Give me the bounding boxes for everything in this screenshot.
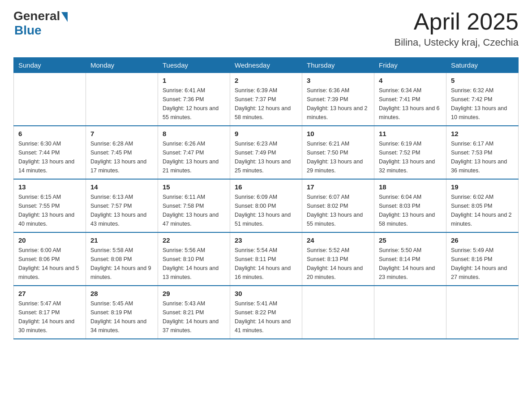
day-info: Sunrise: 6:00 AMSunset: 8:06 PMDaylight:…: [18, 246, 81, 282]
weekday-header-monday: Monday: [86, 58, 158, 73]
calendar-week-row: 13Sunrise: 6:15 AMSunset: 7:55 PMDayligh…: [14, 179, 519, 232]
calendar-cell: [374, 286, 446, 339]
day-info: Sunrise: 6:07 AMSunset: 8:02 PMDaylight:…: [307, 193, 369, 228]
calendar-cell: 30Sunrise: 5:41 AMSunset: 8:22 PMDayligh…: [230, 286, 302, 339]
day-info: Sunrise: 6:09 AMSunset: 8:00 PMDaylight:…: [235, 193, 297, 228]
day-number: 2: [235, 77, 297, 84]
calendar-cell: 16Sunrise: 6:09 AMSunset: 8:00 PMDayligh…: [230, 179, 302, 232]
day-number: 30: [235, 290, 297, 297]
calendar-cell: 5Sunrise: 6:32 AMSunset: 7:42 PMDaylight…: [446, 73, 519, 126]
calendar-cell: 6Sunrise: 6:30 AMSunset: 7:44 PMDaylight…: [14, 126, 86, 179]
calendar-cell: 17Sunrise: 6:07 AMSunset: 8:02 PMDayligh…: [302, 179, 374, 232]
day-info: Sunrise: 6:30 AMSunset: 7:44 PMDaylight:…: [18, 139, 81, 175]
day-info: Sunrise: 5:49 AMSunset: 8:16 PMDaylight:…: [451, 246, 514, 282]
location-label: Bilina, Ustecky kraj, Czechia: [394, 37, 519, 48]
calendar-table: SundayMondayTuesdayWednesdayThursdayFrid…: [13, 57, 519, 339]
calendar-cell: 15Sunrise: 6:11 AMSunset: 7:58 PMDayligh…: [158, 179, 230, 232]
logo-blue-text: Blue: [14, 23, 42, 38]
day-number: 28: [90, 290, 153, 297]
day-number: 23: [235, 236, 297, 244]
day-info: Sunrise: 5:54 AMSunset: 8:11 PMDaylight:…: [235, 246, 297, 282]
day-info: Sunrise: 5:43 AMSunset: 8:21 PMDaylight:…: [163, 299, 225, 335]
day-info: Sunrise: 5:41 AMSunset: 8:22 PMDaylight:…: [235, 299, 297, 335]
day-number: 4: [379, 77, 442, 84]
calendar-cell: [302, 286, 374, 339]
day-info: Sunrise: 6:32 AMSunset: 7:42 PMDaylight:…: [451, 86, 514, 122]
calendar-cell: 24Sunrise: 5:52 AMSunset: 8:13 PMDayligh…: [302, 232, 374, 286]
weekday-header-saturday: Saturday: [446, 58, 519, 73]
day-info: Sunrise: 5:58 AMSunset: 8:08 PMDaylight:…: [90, 246, 153, 282]
month-title: April 2025: [394, 9, 519, 34]
weekday-header-wednesday: Wednesday: [230, 58, 302, 73]
calendar-cell: 8Sunrise: 6:26 AMSunset: 7:47 PMDaylight…: [158, 126, 230, 179]
day-info: Sunrise: 5:52 AMSunset: 8:13 PMDaylight:…: [307, 246, 369, 282]
day-info: Sunrise: 5:50 AMSunset: 8:14 PMDaylight:…: [379, 246, 442, 282]
calendar-cell: 27Sunrise: 5:47 AMSunset: 8:17 PMDayligh…: [14, 286, 86, 339]
weekday-header-sunday: Sunday: [14, 58, 86, 73]
day-number: 24: [307, 236, 369, 244]
calendar-cell: 7Sunrise: 6:28 AMSunset: 7:45 PMDaylight…: [86, 126, 158, 179]
calendar-cell: 21Sunrise: 5:58 AMSunset: 8:08 PMDayligh…: [86, 232, 158, 286]
logo: General Blue: [13, 9, 68, 38]
calendar-cell: [86, 73, 158, 126]
logo-triangle-icon: [61, 12, 68, 22]
day-number: 3: [307, 77, 369, 84]
day-info: Sunrise: 6:13 AMSunset: 7:57 PMDaylight:…: [90, 193, 153, 228]
calendar-cell: 14Sunrise: 6:13 AMSunset: 7:57 PMDayligh…: [86, 179, 158, 232]
day-info: Sunrise: 6:41 AMSunset: 7:36 PMDaylight:…: [163, 86, 225, 122]
weekday-header-thursday: Thursday: [302, 58, 374, 73]
day-info: Sunrise: 6:15 AMSunset: 7:55 PMDaylight:…: [18, 193, 81, 228]
day-number: 10: [307, 130, 369, 137]
calendar-week-row: 20Sunrise: 6:00 AMSunset: 8:06 PMDayligh…: [14, 232, 519, 286]
day-number: 7: [90, 130, 153, 137]
calendar-week-row: 27Sunrise: 5:47 AMSunset: 8:17 PMDayligh…: [14, 286, 519, 339]
calendar-cell: 13Sunrise: 6:15 AMSunset: 7:55 PMDayligh…: [14, 179, 86, 232]
day-number: 20: [18, 236, 81, 244]
day-info: Sunrise: 6:36 AMSunset: 7:39 PMDaylight:…: [307, 86, 369, 122]
weekday-header-row: SundayMondayTuesdayWednesdayThursdayFrid…: [14, 58, 519, 73]
day-info: Sunrise: 6:11 AMSunset: 7:58 PMDaylight:…: [163, 193, 225, 228]
day-info: Sunrise: 5:56 AMSunset: 8:10 PMDaylight:…: [163, 246, 225, 282]
calendar-cell: [14, 73, 86, 126]
day-info: Sunrise: 6:39 AMSunset: 7:37 PMDaylight:…: [235, 86, 297, 122]
day-number: 6: [18, 130, 81, 137]
day-number: 21: [90, 236, 153, 244]
calendar-cell: 19Sunrise: 6:02 AMSunset: 8:05 PMDayligh…: [446, 179, 519, 232]
day-number: 5: [451, 77, 514, 84]
day-number: 22: [163, 236, 225, 244]
title-section: April 2025 Bilina, Ustecky kraj, Czechia: [394, 9, 519, 48]
weekday-header-friday: Friday: [374, 58, 446, 73]
calendar-week-row: 6Sunrise: 6:30 AMSunset: 7:44 PMDaylight…: [14, 126, 519, 179]
day-number: 14: [90, 183, 153, 191]
day-number: 29: [163, 290, 225, 297]
calendar-cell: 20Sunrise: 6:00 AMSunset: 8:06 PMDayligh…: [14, 232, 86, 286]
calendar-cell: 4Sunrise: 6:34 AMSunset: 7:41 PMDaylight…: [374, 73, 446, 126]
calendar-cell: 23Sunrise: 5:54 AMSunset: 8:11 PMDayligh…: [230, 232, 302, 286]
calendar-cell: 29Sunrise: 5:43 AMSunset: 8:21 PMDayligh…: [158, 286, 230, 339]
day-number: 17: [307, 183, 369, 191]
calendar-cell: 18Sunrise: 6:04 AMSunset: 8:03 PMDayligh…: [374, 179, 446, 232]
day-info: Sunrise: 6:23 AMSunset: 7:49 PMDaylight:…: [235, 139, 297, 175]
day-info: Sunrise: 5:47 AMSunset: 8:17 PMDaylight:…: [18, 299, 81, 335]
calendar-cell: 2Sunrise: 6:39 AMSunset: 7:37 PMDaylight…: [230, 73, 302, 126]
calendar-cell: 26Sunrise: 5:49 AMSunset: 8:16 PMDayligh…: [446, 232, 519, 286]
day-number: 15: [163, 183, 225, 191]
day-number: 16: [235, 183, 297, 191]
page-header: General Blue April 2025 Bilina, Ustecky …: [13, 9, 519, 48]
calendar-cell: 9Sunrise: 6:23 AMSunset: 7:49 PMDaylight…: [230, 126, 302, 179]
day-number: 18: [379, 183, 442, 191]
weekday-header-tuesday: Tuesday: [158, 58, 230, 73]
day-number: 27: [18, 290, 81, 297]
calendar-cell: [446, 286, 519, 339]
day-number: 11: [379, 130, 442, 137]
day-info: Sunrise: 6:34 AMSunset: 7:41 PMDaylight:…: [379, 86, 442, 122]
day-info: Sunrise: 6:26 AMSunset: 7:47 PMDaylight:…: [163, 139, 225, 175]
day-number: 19: [451, 183, 514, 191]
calendar-cell: 10Sunrise: 6:21 AMSunset: 7:50 PMDayligh…: [302, 126, 374, 179]
calendar-week-row: 1Sunrise: 6:41 AMSunset: 7:36 PMDaylight…: [14, 73, 519, 126]
day-info: Sunrise: 6:04 AMSunset: 8:03 PMDaylight:…: [379, 193, 442, 228]
day-info: Sunrise: 6:17 AMSunset: 7:53 PMDaylight:…: [451, 139, 514, 175]
day-number: 9: [235, 130, 297, 137]
day-info: Sunrise: 5:45 AMSunset: 8:19 PMDaylight:…: [90, 299, 153, 335]
day-number: 8: [163, 130, 225, 137]
